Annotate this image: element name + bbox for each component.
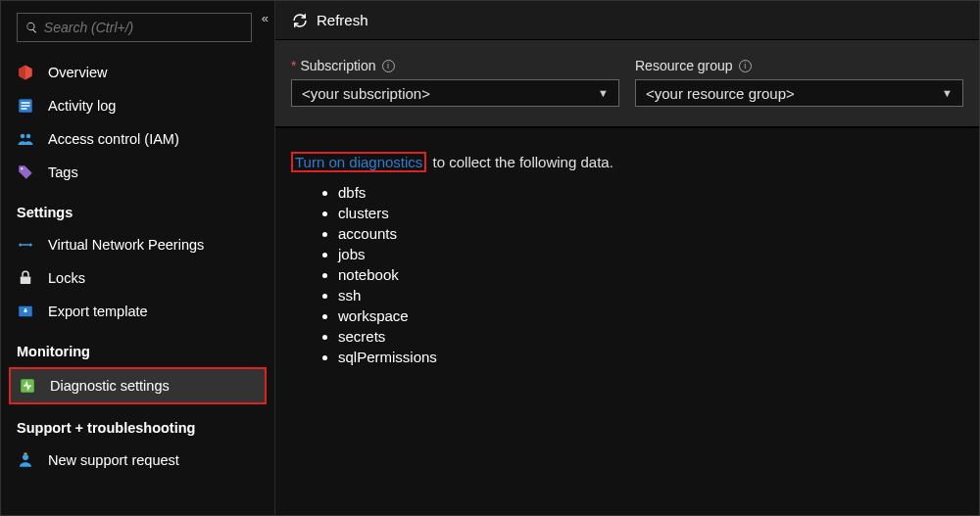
toolbar: Refresh (275, 1, 979, 40)
sidebar-item-label: Tags (48, 164, 78, 180)
sidebar-header-support: Support + troubleshooting (1, 404, 274, 444)
sidebar-item-access-control[interactable]: Access control (IAM) (1, 122, 274, 156)
turn-on-diagnostics-link[interactable]: Turn on diagnostics (295, 154, 422, 170)
sidebar-item-label: Virtual Network Peerings (48, 237, 204, 253)
svg-rect-2 (22, 105, 30, 107)
required-asterisk: * (291, 58, 296, 73)
search-input[interactable] (44, 20, 243, 35)
support-icon (17, 451, 34, 469)
subscription-label: * Subscription i (291, 58, 619, 73)
sidebar-item-label: Access control (IAM) (48, 131, 179, 147)
info-icon[interactable]: i (382, 60, 395, 72)
svg-point-5 (26, 134, 31, 139)
svg-rect-1 (22, 102, 30, 104)
sidebar-header-settings: Settings (1, 189, 274, 228)
list-item: ssh (338, 285, 963, 305)
list-item: clusters (338, 203, 963, 223)
chevron-down-icon: ▼ (942, 87, 953, 99)
sidebar-item-label: Export template (48, 304, 148, 319)
svg-rect-10 (21, 277, 31, 285)
sidebar-item-export-template[interactable]: Export template (1, 295, 274, 328)
sidebar-item-new-support-request[interactable]: New support request (1, 444, 274, 477)
network-icon (17, 236, 34, 254)
list-item: dbfs (338, 182, 963, 203)
list-item: accounts (338, 223, 963, 244)
content-area: Turn on diagnostics to collect the follo… (275, 128, 979, 515)
sidebar-item-vnet-peerings[interactable]: Virtual Network Peerings (1, 228, 274, 261)
refresh-button[interactable]: Refresh (291, 12, 368, 29)
main-panel: Refresh * Subscription i <your subscript… (275, 1, 979, 515)
lock-icon (17, 269, 34, 287)
chevron-down-icon: ▼ (598, 87, 609, 99)
svg-point-8 (29, 244, 32, 247)
diagnostic-icon (19, 377, 36, 395)
list-item: workspace (338, 305, 963, 326)
sidebar-header-monitoring: Monitoring (1, 328, 274, 367)
sidebar-item-label: Overview (48, 65, 107, 80)
filter-row: * Subscription i <your subscription> ▼ R… (275, 40, 979, 128)
sidebar-item-diagnostic-settings[interactable]: Diagnostic settings (11, 369, 265, 402)
search-box[interactable] (17, 13, 252, 42)
sidebar-item-label: Locks (48, 270, 85, 286)
diagnostics-message: Turn on diagnostics to collect the follo… (291, 152, 963, 172)
resource-group-value: <your resource group> (646, 85, 795, 102)
resource-group-select[interactable]: <your resource group> ▼ (635, 79, 963, 107)
svg-point-6 (21, 167, 23, 169)
refresh-icon (291, 12, 309, 29)
svg-rect-9 (22, 244, 29, 246)
list-item: jobs (338, 244, 963, 264)
refresh-label: Refresh (317, 12, 368, 28)
log-icon (17, 97, 34, 115)
sidebar-item-label: Diagnostic settings (50, 378, 170, 394)
highlight-diagnostic: Diagnostic settings (9, 367, 267, 404)
tag-icon (17, 164, 34, 181)
svg-rect-14 (24, 453, 27, 455)
sidebar-item-activity-log[interactable]: Activity log (1, 89, 274, 122)
export-icon (17, 303, 34, 320)
subscription-value: <your subscription> (302, 85, 430, 102)
svg-point-13 (23, 454, 28, 460)
list-item: notebook (338, 264, 963, 285)
diagnostics-message-rest: to collect the following data. (428, 154, 612, 170)
subscription-field: * Subscription i <your subscription> ▼ (291, 58, 619, 107)
info-icon[interactable]: i (739, 60, 752, 72)
people-icon (17, 130, 34, 148)
resource-group-label: Resource group i (635, 58, 963, 73)
list-item: secrets (338, 326, 963, 347)
svg-rect-3 (22, 108, 27, 110)
subscription-select[interactable]: <your subscription> ▼ (291, 79, 619, 107)
collapse-sidebar-icon[interactable]: « (262, 11, 269, 25)
sidebar-item-label: New support request (48, 452, 179, 468)
svg-point-4 (21, 134, 25, 139)
sidebar: « Overview Activity log Access control (… (1, 1, 275, 515)
diagnostics-list: dbfs clusters accounts jobs notebook ssh… (338, 182, 963, 367)
svg-point-7 (19, 244, 22, 247)
sidebar-item-overview[interactable]: Overview (1, 56, 274, 89)
sidebar-item-locks[interactable]: Locks (1, 261, 274, 295)
resource-group-field: Resource group i <your resource group> ▼ (635, 58, 963, 107)
highlight-turn-on-link: Turn on diagnostics (291, 152, 426, 172)
sidebar-item-tags[interactable]: Tags (1, 156, 274, 189)
cube-icon (17, 64, 34, 81)
list-item: sqlPermissions (338, 347, 963, 367)
search-icon (25, 21, 38, 34)
sidebar-item-label: Activity log (48, 98, 116, 114)
